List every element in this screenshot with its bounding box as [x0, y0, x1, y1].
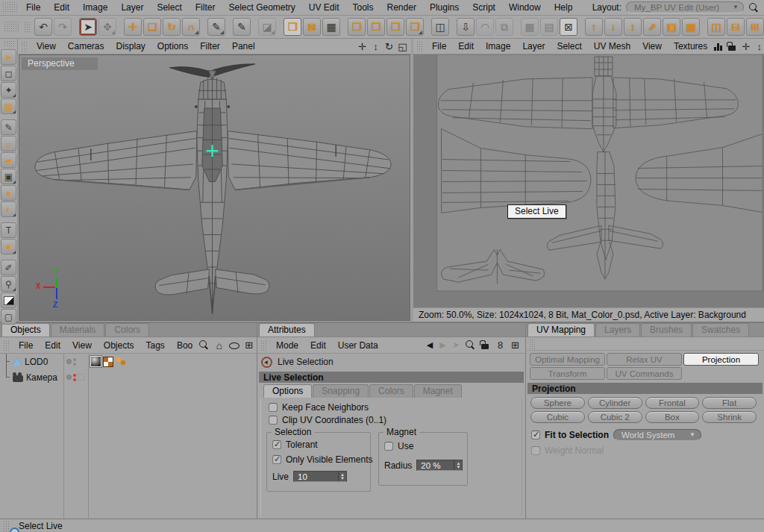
- history-back-icon[interactable]: ◀: [425, 340, 434, 350]
- texture-checker-icon[interactable]: ▦: [322, 18, 340, 36]
- uv-polygons-cube-icon[interactable]: ❒: [284, 18, 301, 36]
- attributes-menu-user-data[interactable]: User Data: [332, 339, 384, 351]
- view-rotate-icon[interactable]: ↻: [383, 41, 395, 52]
- objects-menu-edit[interactable]: Edit: [39, 339, 66, 351]
- shape-star-icon[interactable]: ★: [1, 239, 16, 254]
- main-menu-plugins[interactable]: Plugins: [423, 1, 466, 13]
- history-forward-icon[interactable]: ▶: [438, 340, 447, 350]
- uv-scale-diag-icon[interactable]: ⇗: [643, 18, 661, 36]
- uv-fill-frame-icon[interactable]: ▩: [682, 18, 700, 36]
- attributes-menu-edit[interactable]: Edit: [304, 339, 332, 351]
- main-menu-file[interactable]: File: [19, 1, 47, 13]
- projection-flat[interactable]: Flat: [702, 397, 757, 409]
- section-header-projection[interactable]: Projection: [527, 383, 763, 394]
- uvmap-mode-optimal-mapping[interactable]: Optimal Mapping: [530, 353, 605, 366]
- uvmap-mode-projection[interactable]: Projection: [683, 353, 759, 366]
- material-tag-icon[interactable]: [90, 356, 101, 367]
- projection-paint-icon[interactable]: ◪: [258, 18, 276, 36]
- uvmap-tab-uv-mapping[interactable]: UV Mapping: [527, 323, 595, 337]
- scale-tool-icon[interactable]: ❏: [143, 18, 161, 36]
- undo-icon[interactable]: ↶: [34, 18, 52, 36]
- uv-relax-brush-icon[interactable]: ◠: [476, 18, 494, 36]
- uv-menu-layer[interactable]: Layer: [516, 40, 551, 52]
- cube-front-view-icon[interactable]: ❒: [367, 18, 385, 36]
- brush-3d-icon[interactable]: ✎: [233, 18, 251, 36]
- uvmap-mode-transform[interactable]: Transform: [530, 367, 605, 380]
- projection-sphere[interactable]: Sphere: [530, 397, 585, 409]
- move-tool-icon[interactable]: ✛: [124, 18, 142, 36]
- uv-zoom-icon[interactable]: ↕: [754, 41, 764, 52]
- render-visibility-dots[interactable]: [73, 374, 76, 381]
- main-menu-edit[interactable]: Edit: [47, 1, 76, 13]
- uvmap-tab-brushes[interactable]: Brushes: [641, 323, 692, 337]
- visibility-filter-icon[interactable]: [228, 339, 239, 351]
- tree-item-camera[interactable]: Камера: [0, 369, 257, 385]
- uvmap-mode-uv-commands[interactable]: UV Commands: [607, 367, 682, 380]
- view-pan-icon[interactable]: ✛: [357, 41, 368, 52]
- live-selection-tool-icon[interactable]: ➤: [79, 18, 97, 36]
- palette-grip[interactable]: [4, 40, 14, 48]
- object-name[interactable]: Камера: [26, 372, 57, 383]
- attributes-search-icon[interactable]: [465, 339, 476, 351]
- object-name[interactable]: LOD0: [25, 357, 48, 367]
- perspective-menubar-grip[interactable]: [21, 41, 28, 51]
- redo-icon[interactable]: ↷: [54, 18, 72, 36]
- main-menu-tools[interactable]: Tools: [346, 1, 381, 13]
- projection-cubic-2[interactable]: Cubic 2: [588, 411, 642, 423]
- attributes-menubar-grip[interactable]: [260, 340, 267, 351]
- cube-side-view-icon[interactable]: ❒: [386, 18, 404, 36]
- perspective-menu-cameras[interactable]: Cameras: [62, 40, 110, 52]
- clip-uv-checkbox[interactable]: [269, 416, 278, 425]
- view-maximize-icon[interactable]: ◱: [397, 41, 408, 52]
- main-menu-help[interactable]: Help: [548, 1, 580, 13]
- coordinate-system-dropdown[interactable]: World System ▼: [613, 429, 701, 441]
- toolbar-grip[interactable]: [4, 21, 19, 33]
- uv-pattern-a-icon[interactable]: ▦: [521, 18, 539, 36]
- home-icon[interactable]: ⌂: [213, 339, 225, 351]
- uv-menubar-grip[interactable]: [416, 41, 423, 51]
- layout-split-horizontal-icon[interactable]: ⊟: [727, 18, 745, 36]
- add-object-icon[interactable]: ⊞: [243, 339, 254, 351]
- perspective-menu-panel[interactable]: Panel: [226, 40, 261, 52]
- uv-menu-image[interactable]: Image: [480, 40, 516, 52]
- render-visibility-dots[interactable]: [73, 358, 76, 366]
- transform-select-icon[interactable]: ➤: [1, 49, 16, 65]
- attributes-subtab-snapping[interactable]: Snapping: [313, 384, 369, 398]
- attributes-subtab-colors[interactable]: Colors: [369, 384, 413, 398]
- main-menu-render[interactable]: Render: [381, 1, 423, 13]
- smudge-tool-icon[interactable]: ●: [1, 185, 16, 201]
- dodge-tool-icon[interactable]: ◐: [1, 201, 16, 217]
- magnet-tool-icon[interactable]: ∩: [182, 18, 200, 36]
- eraser-tool-icon[interactable]: ▰: [1, 152, 16, 168]
- fit-to-selection-checkbox[interactable]: [531, 431, 540, 439]
- uv-move-up-icon[interactable]: ↑: [585, 18, 603, 36]
- blur-tool-icon[interactable]: ▣: [1, 169, 16, 184]
- viewport-label[interactable]: Perspective: [22, 57, 98, 70]
- attributes-subtab-options[interactable]: Options: [263, 384, 312, 398]
- uv-menu-edit[interactable]: Edit: [452, 40, 480, 52]
- rotate-tool-icon[interactable]: ↻: [163, 18, 181, 36]
- main-menu-window[interactable]: Window: [502, 1, 548, 13]
- attributes-menu-mode[interactable]: Mode: [270, 339, 304, 351]
- uvw-tag-icon[interactable]: [103, 357, 113, 367]
- radius-spinner[interactable]: ▲▼: [454, 460, 462, 470]
- objects-menu-file[interactable]: File: [13, 339, 39, 351]
- objects-menu-view[interactable]: View: [66, 339, 98, 351]
- uvmap-mode-relax-uv[interactable]: Relax UV: [607, 353, 682, 366]
- objects-menubar-grip[interactable]: [3, 340, 10, 351]
- uv-move-down-icon[interactable]: ↓: [604, 18, 622, 36]
- main-menu-uv-edit[interactable]: UV Edit: [302, 1, 346, 13]
- projection-cubic[interactable]: Cubic: [530, 411, 585, 423]
- command-search-icon[interactable]: [748, 2, 760, 13]
- uv-fit-frame-icon[interactable]: ▣: [663, 18, 680, 36]
- uv-pattern-b-icon[interactable]: ▤: [540, 18, 558, 36]
- paint-setup-wizard-icon[interactable]: ✎: [207, 18, 225, 36]
- projection-shrink[interactable]: Shrink: [702, 411, 757, 423]
- unlock-icon[interactable]: [727, 41, 738, 52]
- objects-tab-objects[interactable]: Objects: [1, 323, 50, 337]
- snapshot-compare-icon[interactable]: 8: [495, 339, 506, 351]
- projection-frontal[interactable]: Frontal: [645, 397, 700, 409]
- objects-search-icon[interactable]: [198, 339, 210, 351]
- objects-tab-materials[interactable]: Materials: [51, 323, 105, 337]
- text-tool-icon[interactable]: T: [1, 222, 16, 238]
